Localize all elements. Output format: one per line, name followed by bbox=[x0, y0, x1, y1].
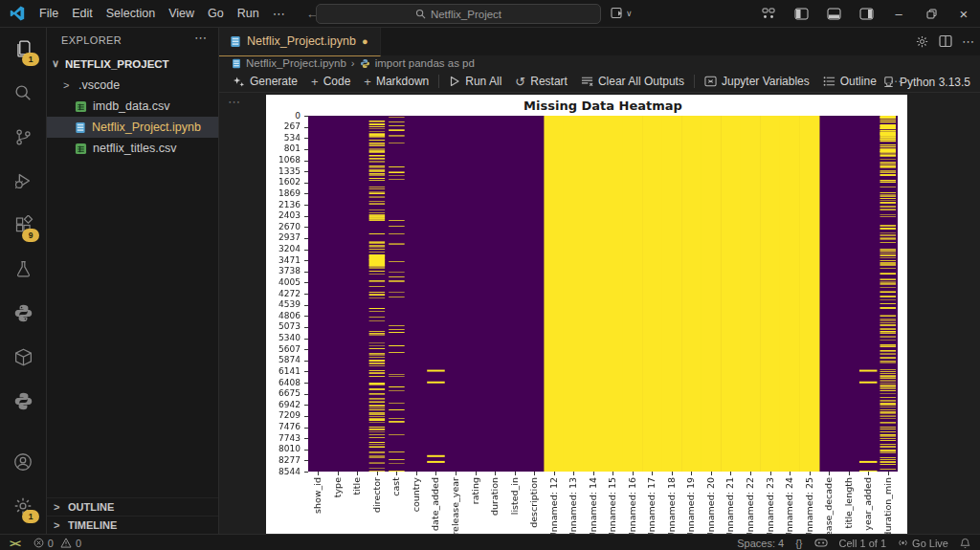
add-code-button[interactable]: + Code bbox=[304, 75, 357, 89]
y-tick-mark bbox=[304, 428, 308, 429]
run-all-button[interactable]: Run All bbox=[442, 75, 508, 88]
y-tick-label: 4005 bbox=[266, 277, 301, 287]
clear-all-label: Clear All Outputs bbox=[598, 75, 684, 88]
section-timeline[interactable]: > TIMELINE bbox=[46, 516, 218, 534]
x-tick-label: duration bbox=[489, 477, 501, 534]
generate-button[interactable]: Generate bbox=[226, 75, 304, 88]
toggle-sidebar-icon[interactable] bbox=[785, 0, 817, 27]
outline-label: Outline bbox=[840, 75, 877, 88]
breadcrumb-file[interactable]: Netflix_Project.ipynb bbox=[246, 57, 346, 69]
breadcrumb-symbol[interactable]: import pandas as pd bbox=[375, 57, 475, 69]
error-icon bbox=[33, 538, 44, 548]
restore-button[interactable] bbox=[915, 0, 947, 27]
menu-file[interactable]: File bbox=[33, 3, 65, 24]
jupyter-variables-button[interactable]: Jupyter Variables bbox=[698, 75, 816, 88]
cell-more-icon[interactable]: ⋯ bbox=[228, 95, 240, 109]
x-tick-label: description bbox=[528, 477, 540, 534]
y-tick-mark bbox=[304, 349, 308, 350]
activity-testing[interactable] bbox=[0, 247, 46, 291]
y-tick-mark bbox=[304, 227, 308, 228]
toolbar-separator bbox=[438, 75, 439, 88]
y-tick-label: 2403 bbox=[266, 210, 301, 220]
activity-python[interactable] bbox=[0, 291, 46, 335]
problems-status[interactable]: 0 0 bbox=[33, 538, 81, 549]
tab-netflix-project[interactable]: Netflix_Project.ipynb ● bbox=[218, 27, 381, 56]
menu-run[interactable]: Run bbox=[231, 3, 266, 24]
x-tick-label: Unnamed: 12 bbox=[548, 477, 560, 534]
tree-item-netflix-ipynb[interactable]: Netflix_Project.ipynb bbox=[46, 117, 218, 138]
x-tick-label: Unnamed: 13 bbox=[568, 477, 579, 534]
minimize-button[interactable]: – bbox=[882, 0, 915, 27]
outline-button[interactable]: Outline bbox=[816, 75, 883, 88]
indentation-status[interactable]: Spaces: 4 bbox=[737, 538, 784, 549]
error-count: 0 bbox=[48, 538, 54, 549]
restart-label: Restart bbox=[530, 75, 568, 88]
x-tick-mark bbox=[573, 472, 574, 475]
y-tick-mark bbox=[304, 171, 308, 172]
activity-source-control[interactable] bbox=[0, 115, 46, 159]
jupyter-variables-label: Jupyter Variables bbox=[722, 75, 810, 88]
gear-icon[interactable] bbox=[915, 34, 929, 49]
notifications-bell-icon[interactable] bbox=[960, 538, 970, 549]
breadcrumb[interactable]: Netflix_Project.ipynb › import pandas as… bbox=[218, 55, 980, 71]
tree-item-netflix-titles-csv[interactable]: netflix_titles.csv bbox=[46, 138, 218, 159]
x-tick-mark bbox=[672, 472, 673, 475]
activity-jupyter-env[interactable] bbox=[0, 335, 46, 379]
go-live-button[interactable]: Go Live bbox=[898, 538, 948, 549]
menu-edit[interactable]: Edit bbox=[65, 3, 100, 24]
chart-title: Missing Data Heatmap bbox=[308, 99, 898, 113]
clear-all-outputs-button[interactable]: Clear All Outputs bbox=[574, 75, 691, 88]
x-tick-mark bbox=[476, 472, 477, 475]
menu-more-icon[interactable]: ⋯ bbox=[266, 5, 292, 23]
toggle-secondary-sidebar-icon[interactable] bbox=[850, 0, 882, 27]
close-button[interactable]: × bbox=[947, 0, 980, 27]
notebook-file-icon bbox=[75, 121, 86, 134]
activity-python-envs[interactable] bbox=[0, 379, 46, 423]
cell-indicator[interactable]: Cell 1 of 1 bbox=[839, 538, 887, 549]
chevron-right-icon: > bbox=[63, 79, 73, 91]
toggle-panel-icon[interactable] bbox=[817, 0, 850, 27]
more-actions-icon[interactable]: ⋯ bbox=[962, 34, 974, 49]
menu-selection[interactable]: Selection bbox=[100, 3, 162, 24]
x-tick-mark bbox=[868, 472, 869, 475]
y-tick-mark bbox=[304, 260, 308, 261]
activity-search[interactable] bbox=[0, 71, 46, 115]
tree-item-imdb-csv[interactable]: imdb_data.csv bbox=[46, 96, 218, 117]
restart-button[interactable]: ↺ Restart bbox=[508, 75, 574, 89]
x-tick-mark bbox=[435, 472, 436, 475]
layout-run-control[interactable]: ∨ bbox=[611, 7, 633, 19]
activity-settings[interactable]: 1 bbox=[0, 484, 46, 528]
chevron-right-icon: > bbox=[54, 519, 63, 531]
y-tick-mark bbox=[304, 193, 308, 194]
tab-bar-actions: ⋯ bbox=[915, 27, 974, 55]
menu-view[interactable]: View bbox=[162, 3, 201, 24]
outline-icon bbox=[823, 76, 835, 87]
activity-explorer[interactable]: 1 bbox=[0, 27, 46, 71]
explorer-more-icon[interactable]: ⋯ bbox=[194, 31, 207, 45]
remote-indicator-icon[interactable]: >< bbox=[10, 538, 20, 549]
menu-go[interactable]: Go bbox=[201, 3, 231, 24]
split-editor-icon[interactable] bbox=[939, 34, 952, 48]
x-tick-mark bbox=[750, 472, 751, 475]
modified-dot-icon[interactable]: ● bbox=[362, 35, 368, 47]
section-outline[interactable]: > OUTLINE bbox=[46, 497, 218, 516]
y-tick-label: 3738 bbox=[266, 266, 301, 275]
add-markdown-button[interactable]: + Markdown bbox=[357, 75, 435, 89]
language-mode[interactable]: {} bbox=[795, 538, 802, 549]
tree-item-vscode[interactable]: > .vscode bbox=[46, 75, 218, 96]
activity-extensions[interactable]: 9 bbox=[0, 203, 46, 247]
activity-run-debug[interactable] bbox=[0, 159, 46, 203]
kernel-picker[interactable]: Python 3.13.5 bbox=[882, 71, 970, 93]
activity-account[interactable] bbox=[0, 440, 46, 484]
debug-icon bbox=[12, 170, 33, 191]
x-tick-label: duration_min bbox=[882, 477, 894, 534]
search-input[interactable]: Netflix_Project bbox=[316, 4, 601, 24]
x-tick-label: Unnamed: 22 bbox=[745, 477, 756, 534]
x-tick-label: Unnamed: 25 bbox=[804, 477, 815, 534]
x-tick-mark bbox=[691, 472, 692, 475]
x-tick-mark bbox=[770, 472, 771, 475]
workspace-root[interactable]: ∨ NETFLIX_PROJECT bbox=[46, 54, 218, 74]
copilot-icon[interactable] bbox=[814, 538, 828, 548]
cube-icon bbox=[13, 347, 33, 367]
customize-layout-icon[interactable] bbox=[752, 0, 785, 27]
